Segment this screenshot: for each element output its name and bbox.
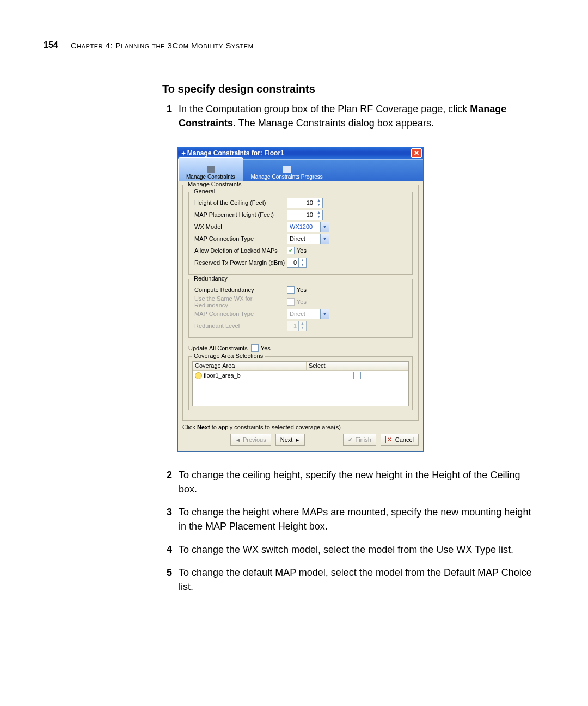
checkbox-label: Yes bbox=[297, 287, 307, 293]
tx-margin-input[interactable] bbox=[287, 259, 298, 267]
chevron-down-icon[interactable]: ▼ bbox=[320, 222, 329, 232]
checkbox-box bbox=[287, 298, 295, 306]
step-text: To change the ceiling height, specify th… bbox=[179, 468, 532, 496]
group-general: General Height of the Ceiling (Feet) ▲▼ … bbox=[188, 192, 413, 275]
select-value: Direct bbox=[287, 235, 320, 242]
coverage-table: Coverage Area Select floor1_area_b bbox=[192, 361, 409, 406]
text: In the Computation group box of the Plan… bbox=[179, 104, 470, 114]
area-name: floor1_area_b bbox=[204, 372, 241, 379]
tx-margin-spinner[interactable]: ▲▼ bbox=[287, 258, 307, 268]
step-3: 3 To change the height where MAPs are mo… bbox=[162, 505, 532, 533]
step-4: 4 To change the WX switch model, select … bbox=[162, 543, 532, 557]
conn-type-select[interactable]: Direct ▼ bbox=[287, 234, 329, 244]
dialog-screenshot: ✦ Manage Constraints for: Floor1 ✕ Manag… bbox=[177, 147, 532, 452]
page-number: 154 bbox=[44, 40, 58, 50]
group-manage-constraints: Manage Constraints General Height of the… bbox=[182, 185, 419, 421]
tab-label: Manage Constraints bbox=[186, 174, 235, 180]
step-text: To change the WX switch model, select th… bbox=[179, 543, 513, 557]
arrow-right-icon: ► bbox=[295, 437, 300, 443]
step-number: 3 bbox=[162, 505, 172, 533]
step-text: To change the default MAP model, select … bbox=[179, 565, 532, 594]
step-number: 1 bbox=[162, 102, 172, 130]
close-icon[interactable]: ✕ bbox=[411, 148, 422, 158]
manage-constraints-dialog: ✦ Manage Constraints for: Floor1 ✕ Manag… bbox=[177, 147, 424, 452]
redundant-level-spinner: ▲▼ bbox=[287, 321, 307, 331]
map-height-spinner[interactable]: ▲▼ bbox=[287, 210, 323, 220]
chapter-heading: Chapter 4: Planning the 3Com Mobility Sy… bbox=[71, 41, 253, 50]
step-text: In the Computation group box of the Plan… bbox=[179, 102, 532, 130]
arrow-left-icon: ◄ bbox=[235, 437, 241, 443]
label-update-all: Update All Constraints bbox=[188, 345, 248, 351]
dialog-tabs: Manage Constraints Manage Constraints Pr… bbox=[178, 159, 423, 181]
chevron-down-icon[interactable]: ▼ bbox=[320, 234, 329, 244]
col-select[interactable]: Select bbox=[307, 362, 408, 370]
constraints-icon bbox=[207, 166, 215, 173]
close-icon: ✕ bbox=[385, 436, 393, 443]
label-allow-deletion: Allow Deletion of Locked MAPs bbox=[194, 247, 287, 254]
label-conn-type2: MAP Connection Type bbox=[194, 311, 287, 317]
wx-model-select[interactable]: WX1200 ▼ bbox=[287, 222, 329, 232]
step-number: 2 bbox=[162, 468, 172, 496]
label-same-wx: Use the Same WX for Redundancy bbox=[194, 295, 287, 308]
label-conn-type: MAP Connection Type bbox=[194, 235, 287, 242]
checkbox-box[interactable] bbox=[353, 372, 361, 379]
map-height-input[interactable] bbox=[287, 211, 315, 219]
progress-icon bbox=[283, 166, 291, 173]
tab-label: Manage Constraints Progress bbox=[251, 174, 323, 180]
checkbox-box[interactable] bbox=[287, 286, 295, 294]
step-number: 5 bbox=[162, 565, 172, 594]
tab-manage-constraints[interactable]: Manage Constraints bbox=[178, 157, 243, 181]
checkbox-label: Yes bbox=[297, 299, 307, 305]
group-coverage-area: Coverage Area Selections Coverage Area S… bbox=[188, 356, 413, 410]
checkbox-label: Yes bbox=[261, 345, 271, 351]
dialog-buttons: ◄ Previous Next ► ✔ Finish bbox=[182, 431, 419, 448]
label-ceiling-height: Height of the Ceiling (Feet) bbox=[194, 199, 287, 206]
previous-button: ◄ Previous bbox=[230, 434, 271, 446]
next-button[interactable]: Next ► bbox=[275, 434, 305, 446]
update-all-checkbox[interactable]: Yes bbox=[251, 344, 271, 352]
spinner-buttons[interactable]: ▲▼ bbox=[298, 258, 306, 267]
ceiling-height-spinner[interactable]: ▲▼ bbox=[287, 198, 323, 208]
area-select-checkbox[interactable] bbox=[353, 372, 361, 379]
label-map-height: MAP Placement Height (Feet) bbox=[194, 211, 287, 218]
step-text: To change the height where MAPs are moun… bbox=[179, 505, 532, 533]
col-coverage-area[interactable]: Coverage Area bbox=[193, 362, 307, 370]
check-icon: ✔ bbox=[348, 436, 353, 443]
group-redundancy: Redundancy Compute Redundancy Yes Use th… bbox=[188, 279, 413, 338]
group-legend: Redundancy bbox=[192, 275, 229, 282]
checkbox-label: Yes bbox=[297, 247, 307, 254]
area-icon bbox=[195, 372, 202, 379]
label-compute-redundancy: Compute Redundancy bbox=[194, 287, 287, 293]
checkbox-box[interactable]: ✔ bbox=[287, 247, 295, 254]
dialog-title: ✦ Manage Constraints for: Floor1 bbox=[181, 149, 284, 157]
group-legend: General bbox=[192, 188, 217, 194]
select-value: WX1200 bbox=[287, 223, 320, 230]
checkbox-box[interactable] bbox=[251, 344, 259, 352]
table-row[interactable]: floor1_area_b bbox=[193, 371, 408, 380]
compute-redundancy-checkbox[interactable]: Yes bbox=[287, 286, 307, 294]
dialog-hint: Click Next to apply constraints to selec… bbox=[182, 424, 419, 430]
allow-deletion-checkbox[interactable]: ✔ Yes bbox=[287, 247, 307, 254]
finish-button: ✔ Finish bbox=[343, 434, 376, 446]
spinner-buttons[interactable]: ▲▼ bbox=[315, 210, 322, 220]
chevron-down-icon: ▼ bbox=[320, 309, 329, 319]
select-value: Direct bbox=[287, 311, 320, 317]
same-wx-checkbox: Yes bbox=[287, 298, 307, 306]
conn-type2-select: Direct ▼ bbox=[287, 309, 329, 319]
group-legend: Manage Constraints bbox=[186, 181, 243, 187]
spinner-buttons[interactable]: ▲▼ bbox=[315, 198, 322, 208]
label-wx-model: WX Model bbox=[194, 223, 287, 230]
spinner-buttons: ▲▼ bbox=[298, 321, 306, 331]
text: . The Manage Constraints dialog box appe… bbox=[233, 118, 434, 129]
step-1: 1 In the Computation group box of the Pl… bbox=[162, 102, 532, 130]
table-header: Coverage Area Select bbox=[193, 362, 408, 371]
group-legend: Coverage Area Selections bbox=[192, 352, 265, 359]
step-5: 5 To change the default MAP model, selec… bbox=[162, 565, 532, 594]
step-2: 2 To change the ceiling height, specify … bbox=[162, 468, 532, 496]
section-heading: To specify design constraints bbox=[162, 83, 532, 95]
label-tx-margin: Reserved Tx Power Margin (dBm) bbox=[194, 259, 287, 266]
cancel-button[interactable]: ✕ Cancel bbox=[381, 434, 419, 446]
tab-progress[interactable]: Manage Constraints Progress bbox=[243, 158, 330, 181]
redundant-level-input bbox=[287, 322, 298, 330]
ceiling-height-input[interactable] bbox=[287, 199, 315, 207]
